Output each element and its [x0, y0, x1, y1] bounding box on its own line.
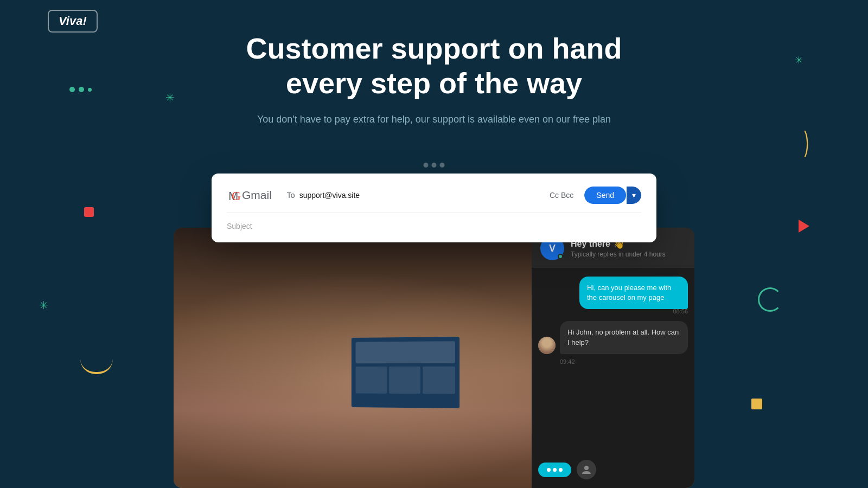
deco-arc: [80, 359, 113, 374]
chat-typing-indicator[interactable]: [538, 463, 571, 477]
chat-panel: V Hey there 👋 Typically replies in under…: [532, 228, 694, 488]
deco-star-right: ✳: [795, 54, 803, 66]
chat-footer: [532, 453, 694, 488]
support-avatar-image: [538, 337, 556, 354]
user-icon: [581, 464, 592, 475]
support-message-container: Hi John, no problem at all. How can I he…: [538, 321, 688, 354]
chat-online-dot: [558, 254, 563, 259]
deco-red-rect: [84, 207, 94, 217]
deco-triangle: [799, 220, 809, 233]
chat-header-status: Typically replies in under 4 hours: [571, 251, 686, 258]
deco-yellow-rect: [751, 399, 762, 409]
send-button-group[interactable]: Send ▾: [584, 187, 641, 204]
user-chat-bubble: Hi, can you please me with the carousel …: [579, 277, 688, 309]
user-message-time: 08:56: [673, 308, 688, 314]
chat-avatar-letter: V: [549, 243, 556, 254]
logo-text: Viva!: [59, 14, 87, 28]
support-avatar: [538, 337, 556, 354]
typing-dot-1: [547, 468, 551, 472]
user-message-container: Hi, can you please me with the carousel …: [538, 277, 688, 314]
send-button[interactable]: Send: [584, 187, 626, 204]
chat-messages: Hi, can you please me with the carousel …: [532, 268, 694, 453]
deco-bracket: ): [804, 127, 809, 156]
email-to-row: To support@viva.site: [287, 191, 550, 200]
typing-dot-3: [559, 468, 563, 472]
deco-dots: [69, 87, 92, 92]
email-subject-field[interactable]: Subject: [227, 220, 641, 230]
deco-star-left: ✳: [165, 91, 175, 104]
content-area: V Hey there 👋 Typically replies in under…: [174, 228, 694, 488]
typing-dot-2: [553, 468, 557, 472]
deco-swirl: [758, 287, 782, 312]
email-cc-bcc[interactable]: Cc Bcc: [550, 191, 573, 200]
logo[interactable]: Viva!: [48, 10, 98, 33]
headline-subtitle: You don't have to pay extra for help, ou…: [244, 112, 624, 127]
email-to-value: support@viva.site: [299, 191, 550, 200]
email-card: M G Gmail To support@viva.site Cc Bcc: [212, 174, 656, 242]
support-message-time: 09:42: [538, 358, 688, 365]
svg-text:G: G: [232, 189, 241, 203]
email-header: M G Gmail To support@viva.site Cc Bcc: [227, 185, 641, 213]
headline-section: Customer support on hand every step of t…: [244, 31, 624, 127]
svg-point-4: [584, 466, 589, 470]
deco-star-bl: ✳: [39, 299, 48, 312]
support-chat-bubble: Hi John, no problem at all. How can I he…: [560, 321, 688, 354]
window-dots: [424, 163, 445, 168]
chat-user-avatar: [577, 460, 596, 479]
email-to-label: To: [287, 191, 295, 200]
gmail-logo: M G Gmail: [227, 185, 272, 205]
send-dropdown-button[interactable]: ▾: [627, 187, 641, 204]
page-title: Customer support on hand every step of t…: [244, 31, 624, 100]
laptop-screen: [352, 337, 459, 408]
